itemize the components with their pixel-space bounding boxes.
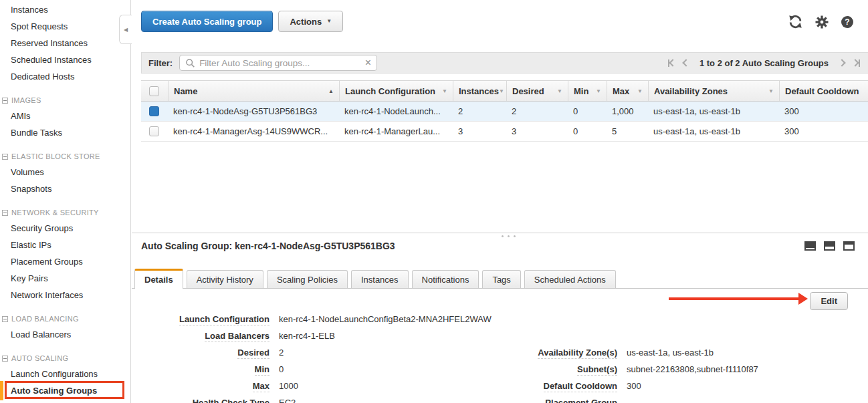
table-row[interactable]: ken-rc4-1-NodeAsg-G5TU3P561BG3 ken-rc4-1… [141,102,868,122]
collapse-section-icon[interactable] [2,210,8,216]
sidebar-item-bundle-tasks[interactable]: Bundle Tasks [0,124,130,141]
tab-details[interactable]: Details [134,269,183,289]
sidebar-section-images-list: AMIs Bundle Tasks [0,108,130,141]
pagination-status: 1 to 2 of 2 Auto Scaling Groups [699,58,829,68]
pane-layout-large-icon[interactable] [843,241,855,251]
tab-instances[interactable]: Instances [351,270,409,288]
sidebar-section-network-security[interactable]: NETWORK & SECURITY [0,205,130,220]
cell-desired: 3 [506,126,568,136]
sidebar-section-auto-scaling[interactable]: AUTO SCALING [0,351,130,366]
sidebar-section-lb-list: Load Balancers [0,326,130,343]
toolbar-icons: ? [788,11,859,29]
select-all-checkbox[interactable] [149,86,159,96]
row-checkbox[interactable] [149,106,159,116]
sidebar-item-security-groups[interactable]: Security Groups [0,220,130,237]
cell-max: 1,000 [607,106,648,116]
next-page-icon[interactable] [839,60,845,65]
sidebar-item-auto-scaling-groups[interactable]: Auto Scaling Groups [0,382,130,399]
sidebar-collapse-button[interactable]: ◀ [119,15,132,44]
actions-label: Actions [290,17,322,27]
detail-tabs: Details Activity History Scaling Policie… [132,269,868,289]
column-header-launch-configuration[interactable]: Launch Configuration ▼ [339,81,453,101]
previous-page-icon[interactable] [683,60,689,65]
collapse-section-icon[interactable] [2,154,8,160]
detail-fields-right: Availability Zone(s)us-east-1a, us-east-… [473,345,758,403]
filter-bar: Filter: × 1 to 2 of 2 Auto Scaling Group… [141,52,868,74]
row-checkbox[interactable] [149,126,159,136]
sidebar-section-load-balancing[interactable]: LOAD BALANCING [0,311,130,326]
field-label: Availability Zone(s) [538,348,617,359]
field-label: Min [255,364,269,376]
sidebar-item-scheduled-instances[interactable]: Scheduled Instances [0,51,130,68]
section-label: AUTO SCALING [11,351,68,366]
tab-scaling-policies[interactable]: Scaling Policies [267,270,348,288]
field-label: Desired [237,348,269,359]
table-row[interactable]: ken-rc4-1-ManagerAsg-14US9WWCR... ken-rc… [141,122,868,142]
clear-filter-icon[interactable]: × [365,57,371,68]
collapse-section-icon[interactable] [2,316,8,322]
sidebar-item-key-pairs[interactable]: Key Pairs [0,270,130,287]
field-value: ken-rc4-1-NodeLaunchConfigBeta2-MNA2HFEL… [279,314,492,324]
sidebar-item-snapshots[interactable]: Snapshots [0,180,130,197]
actions-button[interactable]: Actions ▼ [278,11,343,32]
detail-panel: Auto Scaling Group: ken-rc4-1-NodeAsg-G5… [132,238,868,403]
column-header-max[interactable]: Max ▼ [607,81,648,101]
sidebar-item-volumes[interactable]: Volumes [0,164,130,180]
field-subnets: Subnet(s)subnet-22163808,subnet-f1110f87 [473,362,758,378]
collapse-section-icon[interactable] [2,356,8,362]
edit-button[interactable]: Edit [810,292,848,310]
column-header-desired[interactable]: Desired ▼ [506,81,568,101]
tab-tags[interactable]: Tags [482,270,520,288]
section-label: ELASTIC BLOCK STORE [11,149,100,164]
sidebar-item-load-balancers[interactable]: Load Balancers [0,326,130,343]
help-glyph: ? [845,17,849,27]
column-header-name[interactable]: Name ▲ [168,81,339,101]
filter-input[interactable] [199,58,361,68]
column-header-instances[interactable]: Instances ▼ [453,81,506,101]
pagination: 1 to 2 of 2 Auto Scaling Groups [668,58,860,68]
tab-notifications[interactable]: Notifications [412,270,479,288]
sidebar-item-launch-configurations[interactable]: Launch Configurations [0,366,130,382]
column-header-min[interactable]: Min ▼ [568,81,607,101]
section-label: IMAGES [11,93,41,108]
sidebar-item-spot-requests[interactable]: Spot Requests [0,18,130,35]
sidebar-item-placement-groups[interactable]: Placement Groups [0,253,130,270]
last-page-icon[interactable] [853,59,860,67]
column-header-default-cooldown[interactable]: Default Cooldown [779,81,868,101]
sidebar-item-elastic-ips[interactable]: Elastic IPs [0,237,130,253]
sidebar-item-dedicated-hosts[interactable]: Dedicated Hosts [0,68,130,85]
refresh-icon[interactable] [788,15,802,29]
field-value: 0 [279,364,284,374]
panel-splitter[interactable] [132,233,868,238]
field-label: Placement Group [545,398,617,403]
first-page-icon[interactable] [668,59,675,67]
gear-icon[interactable] [815,15,829,29]
sidebar-item-reserved-instances[interactable]: Reserved Instances [0,35,130,51]
pane-layout-medium-icon[interactable] [824,241,835,251]
sidebar-section-elastic-block-store[interactable]: ELASTIC BLOCK STORE [0,149,130,164]
field-label: Subnet(s) [577,364,617,376]
sidebar-item-network-interfaces[interactable]: Network Interfaces [0,287,130,303]
tab-scheduled-actions[interactable]: Scheduled Actions [524,270,616,288]
help-icon[interactable]: ? [841,16,853,28]
column-label: Desired [512,86,544,96]
sort-asc-icon: ▲ [328,88,334,94]
sidebar-section-images[interactable]: IMAGES [0,93,130,108]
create-auto-scaling-group-button[interactable]: Create Auto Scaling group [141,11,273,32]
collapse-section-icon[interactable] [2,98,8,104]
sidebar-item-instances[interactable]: Instances [0,1,130,18]
search-icon [185,58,195,68]
field-value: us-east-1a, us-east-1b [627,348,714,358]
column-label: Max [613,86,629,96]
pane-layout-controls [804,241,855,251]
tab-activity-history[interactable]: Activity History [187,270,263,288]
sidebar-top-list: Instances Spot Requests Reserved Instanc… [0,1,130,85]
column-label: Default Cooldown [785,86,859,96]
filter-label: Filter: [148,58,173,68]
select-all-cell [141,81,168,101]
cell-desired: 2 [506,106,568,116]
pane-layout-small-icon[interactable] [804,241,816,251]
field-placement-group: Placement Group [473,395,758,403]
column-header-availability-zones[interactable]: Availability Zones ▼ [648,81,779,101]
sidebar-item-amis[interactable]: AMIs [0,108,130,124]
